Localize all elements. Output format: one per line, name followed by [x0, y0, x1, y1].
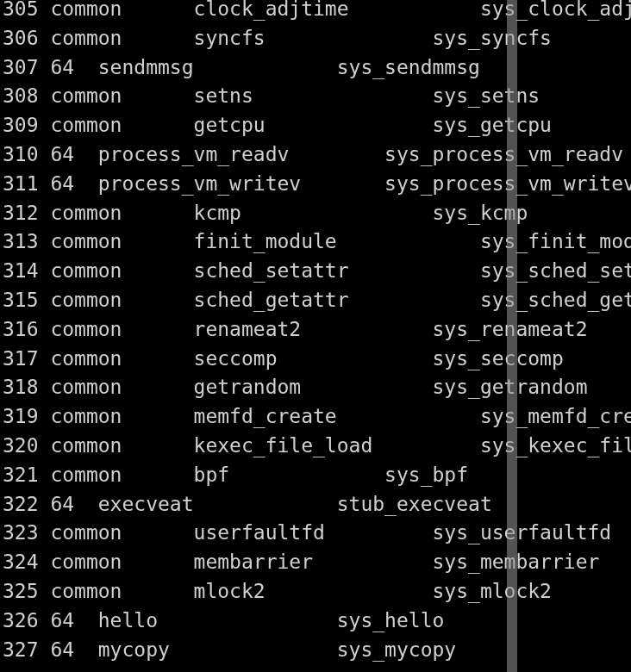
terminal-output: 305 common clock_adjtime sys_clock_adjti…	[3, 0, 631, 664]
scrollbar[interactable]	[507, 0, 517, 672]
